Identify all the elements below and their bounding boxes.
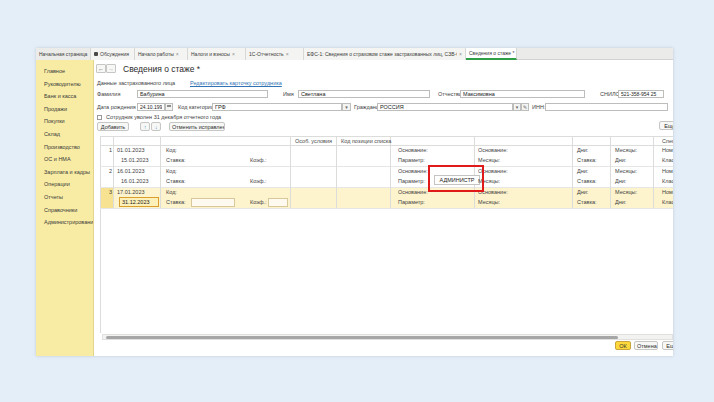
param-label: Параметр: (398, 157, 425, 163)
undo-corrections-button[interactable]: Отменить исправления (169, 122, 225, 131)
date-to[interactable]: 16.01.2023 (121, 178, 149, 184)
tab-getting-started[interactable]: Начало работы× (135, 48, 188, 60)
birthdate-field[interactable] (137, 103, 165, 111)
sidebar-item-main[interactable]: Главное (36, 65, 93, 78)
tab-label: 1С-Отчетность (249, 49, 284, 60)
row-number: 2 (102, 168, 112, 174)
pencil-icon[interactable]: ✎ (521, 103, 529, 111)
header-special-conditions: Особ. условия (295, 138, 332, 144)
tab-service-record-active[interactable]: Сведения о стаже *× (466, 48, 517, 60)
header-list-position-code: Код позиции списка (341, 138, 391, 144)
tab-label: Начало работы (138, 49, 174, 60)
add-button[interactable]: Добавить (97, 122, 129, 131)
move-down-button[interactable]: ↓ (151, 122, 161, 131)
middlename-field[interactable] (460, 90, 585, 98)
sidebar-item-operations[interactable]: Операции (36, 178, 93, 191)
table-more-button[interactable]: Ещё (659, 121, 673, 130)
header-special-cut: Спец (662, 138, 673, 144)
sidebar-item-reports[interactable]: Отчеты (36, 191, 93, 204)
days-label: Дни: (615, 199, 626, 205)
dismissed-checkbox-label: Сотрудник уволен 31 декабря отчетного го… (106, 114, 221, 120)
edit-employee-card-link[interactable]: Редактировать карточку сотрудника (190, 80, 282, 86)
close-icon[interactable]: × (516, 48, 517, 59)
basis-label: Основание: (478, 147, 508, 153)
code-label: Код: (166, 189, 177, 195)
inn-label: ИНН: (532, 104, 545, 110)
chat-icon (94, 52, 98, 56)
rate-label: Ставка: (577, 199, 597, 205)
snils-field[interactable] (618, 90, 664, 98)
sidebar-item-bank-cash[interactable]: Банк и касса (36, 90, 93, 103)
dismissed-checkbox[interactable] (97, 115, 102, 120)
close-icon[interactable]: × (459, 49, 462, 60)
selected-date-cell[interactable]: 31.12.2023 (119, 197, 159, 207)
date-from[interactable]: 16.01.2023 (117, 168, 145, 174)
row-separator (100, 208, 673, 209)
category-dropdown-icon[interactable]: ▾ (342, 103, 351, 111)
months-label: Месяцы: (615, 189, 637, 195)
class-label-cut: Клас (662, 178, 673, 184)
inn-field[interactable] (545, 103, 668, 111)
citizenship-dropdown-icon[interactable]: ▾ (513, 103, 521, 111)
close-icon[interactable]: × (232, 49, 235, 60)
close-icon[interactable]: × (286, 49, 289, 60)
row-separator (100, 187, 673, 188)
sections-sidebar: Главное Руководителю Банк и касса Продаж… (36, 60, 94, 356)
calendar-icon[interactable] (165, 103, 173, 111)
section-label: Данные застрахованного лица (97, 80, 175, 86)
forward-button[interactable]: → (106, 64, 116, 73)
horizontal-scrollbar[interactable] (102, 334, 673, 340)
footer-more-button[interactable]: Ещё (662, 341, 673, 350)
tab-1c-reporting[interactable]: 1С-Отчетность× (246, 48, 304, 60)
days-label: Дни: (615, 157, 626, 163)
sidebar-item-manager[interactable]: Руководителю (36, 78, 93, 91)
citizenship-field[interactable] (377, 103, 513, 111)
firstname-field[interactable] (298, 90, 430, 98)
date-from[interactable]: 17.01.2023 (117, 189, 145, 195)
rate-label: Ставка: (577, 157, 597, 163)
column-line (653, 136, 654, 208)
date-to[interactable]: 15.01.2023 (121, 157, 149, 163)
tab-home-label: Начальная страница (39, 49, 87, 60)
sidebar-item-production[interactable]: Производство (36, 141, 93, 154)
sidebar-item-salary-hr[interactable]: Зарплата и кадры (36, 166, 93, 179)
scrollbar-thumb[interactable] (106, 336, 618, 340)
days-label: Дни: (615, 178, 626, 184)
ok-button[interactable]: ОК (615, 341, 631, 350)
coef-label: Коэф.: (250, 199, 267, 205)
sidebar-item-sales[interactable]: Продажи (36, 103, 93, 116)
sidebar-item-directories[interactable]: Справочники (36, 204, 93, 217)
red-annotation-box (428, 165, 484, 192)
days-label: Дни: (577, 147, 588, 153)
back-button[interactable]: ← (96, 64, 106, 73)
row-number: 3 (102, 189, 112, 195)
sidebar-item-administration[interactable]: Администрирование (36, 216, 93, 229)
sidebar-item-warehouse[interactable]: Склад (36, 128, 93, 141)
move-up-button[interactable]: ↑ (140, 122, 150, 131)
coef-value-cell[interactable] (268, 198, 288, 207)
tab-efs1-document[interactable]: ЕФС-1: Сведения о страховом стаже застра… (304, 48, 466, 60)
months-label: Месяцы: (478, 199, 500, 205)
date-from[interactable]: 01.01.2023 (117, 147, 145, 153)
column-line (390, 136, 391, 208)
lastname-field[interactable] (137, 90, 268, 98)
class-label-cut: Клас (662, 157, 673, 163)
tab-home[interactable]: Начальная страница (36, 48, 91, 60)
category-code-field[interactable] (212, 103, 342, 111)
tab-discussions[interactable]: Обсуждения (91, 48, 135, 60)
tab-taxes[interactable]: Налоги и взносы× (188, 48, 246, 60)
close-icon[interactable]: × (176, 49, 179, 60)
sidebar-item-fixed-assets[interactable]: ОС и НМА (36, 153, 93, 166)
class-label-cut: Клас (662, 199, 673, 205)
cancel-button[interactable]: Отмена (634, 341, 658, 350)
desktop-background: Начальная страница Обсуждения Начало раб… (0, 0, 714, 402)
coef-label: Коэф.: (250, 157, 267, 163)
code-label: Код: (166, 147, 177, 153)
sidebar-item-purchases[interactable]: Покупки (36, 115, 93, 128)
lastname-label: Фамилия (97, 91, 120, 97)
rate-value-cell[interactable] (191, 198, 235, 207)
months-label: Месяцы: (615, 168, 637, 174)
num-label-cut: Ном (662, 168, 673, 174)
basis-label: Основание: (398, 147, 428, 153)
param-label: Параметр: (398, 178, 425, 184)
